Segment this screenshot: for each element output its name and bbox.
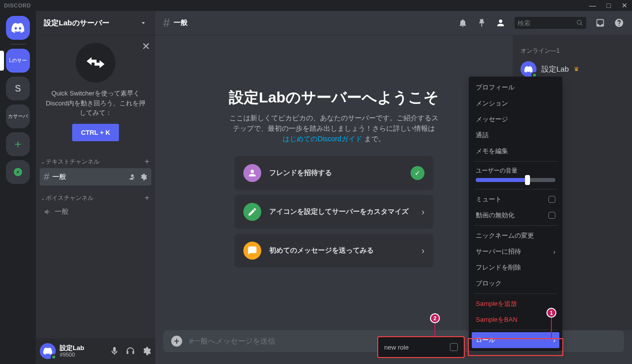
voice-channel-general[interactable]: 一般 [40, 204, 151, 219]
members-header: オンライン—1 [517, 43, 628, 59]
channel-label: 一般 [52, 173, 66, 182]
mic-icon[interactable] [109, 346, 119, 356]
user-name: 設定Lab [60, 344, 105, 352]
pin-icon[interactable] [477, 18, 487, 28]
separator [474, 161, 557, 162]
quick-switcher-button[interactable]: CTRL + K [72, 124, 119, 142]
inbox-icon[interactable] [595, 18, 605, 28]
guild-current[interactable]: Lのサー [6, 49, 30, 73]
attach-button[interactable]: + [171, 336, 182, 347]
chevron-down-icon [139, 19, 147, 27]
ctx-roles[interactable]: ロール› [472, 332, 559, 348]
avatar [521, 61, 536, 77]
guild-rail: Lのサー S カサーバ + [0, 11, 36, 364]
ctx-invite-server[interactable]: サーバーに招待› [472, 244, 559, 260]
ctx-kick[interactable]: Sampleを追放 [472, 296, 559, 312]
gear-icon[interactable] [141, 346, 151, 356]
explore-button[interactable] [6, 160, 30, 184]
add-channel-icon[interactable]: + [145, 193, 149, 202]
swap-arrows-icon [85, 55, 106, 70]
help-icon[interactable] [614, 18, 624, 28]
checkbox-icon [450, 343, 458, 351]
message-art-icon [243, 242, 261, 260]
role-label: new role [384, 344, 409, 351]
ctx-profile[interactable]: プロフィール [472, 80, 559, 95]
home-button[interactable] [6, 16, 30, 40]
chevron-right-icon: › [553, 337, 555, 344]
annotation-line-2 [434, 324, 435, 338]
voice-channel-category[interactable]: ⌄ ボイスチャンネル + [40, 185, 151, 204]
ctx-block[interactable]: ブロック [472, 275, 559, 291]
channel-sidebar: 設定Labのサーバー ✕ Quick Switcherを使って素早くDiscor… [36, 11, 155, 364]
action-label: アイコンを設定してサーバーをカスタマイズ [269, 207, 414, 216]
guide-link[interactable]: はじめてのDiscordガイド [283, 135, 362, 143]
welcome-title: 設定Labのサーバーへようこそ [229, 88, 438, 107]
chevron-right-icon: › [421, 207, 424, 217]
server-name: 設定Labのサーバー [44, 18, 139, 28]
compass-icon [13, 167, 23, 177]
ctx-mention[interactable]: メンション [472, 95, 559, 111]
app-logo: DISCORD [4, 2, 31, 8]
separator [474, 330, 557, 330]
close-icon[interactable]: ✕ [142, 39, 150, 54]
checkbox-icon [548, 212, 555, 219]
input-placeholder: #一般へメッセージを送信 [189, 337, 275, 346]
quick-switcher-art [76, 43, 115, 83]
ctx-mute[interactable]: ミュート [472, 191, 559, 207]
annotation-line-1 [551, 318, 552, 338]
annotation-2: 2 [430, 313, 440, 323]
gear-icon[interactable] [139, 173, 147, 181]
ctx-change-nickname[interactable]: ニックネームの変更 [472, 228, 559, 244]
search-input[interactable] [518, 19, 576, 27]
maximize-button[interactable]: □ [605, 1, 612, 9]
server-header[interactable]: 設定Labのサーバー [36, 11, 155, 35]
guild-other[interactable]: カサーバ [6, 104, 30, 128]
search-box[interactable] [515, 17, 586, 29]
crown-icon: ♛ [574, 66, 579, 73]
bell-icon[interactable] [458, 18, 468, 28]
close-button[interactable]: ✕ [621, 1, 628, 9]
action-invite-friends[interactable]: フレンドを招待する ✓ [234, 156, 433, 190]
annotation-1: 1 [546, 308, 556, 318]
ctx-call[interactable]: 通話 [472, 127, 559, 143]
titlebar: DISCORD — □ ✕ [0, 0, 632, 11]
minimize-button[interactable]: — [589, 1, 596, 9]
volume-slider[interactable] [472, 176, 559, 187]
category-label: テキストチャンネル [46, 158, 100, 166]
ctx-message[interactable]: メッセージ [472, 111, 559, 127]
discord-logo-icon [43, 348, 53, 355]
channel-general[interactable]: # 一般 [40, 168, 151, 185]
invite-icon[interactable] [128, 173, 136, 181]
customize-art-icon [243, 203, 261, 221]
avatar[interactable] [40, 343, 56, 359]
speaker-icon [44, 208, 52, 216]
role-submenu: new role [377, 336, 465, 358]
user-info[interactable]: 設定Lab #9500 [60, 344, 105, 359]
members-icon[interactable] [496, 18, 506, 28]
chat-header: # 一般 [155, 11, 632, 35]
hash-icon: # [44, 171, 49, 182]
headphones-icon[interactable] [125, 346, 135, 356]
add-server-button[interactable]: + [6, 132, 30, 156]
discord-logo-icon [11, 23, 25, 33]
ctx-remove-friend[interactable]: フレンドを削除 [472, 260, 559, 275]
hash-icon: # [163, 16, 170, 30]
action-customize-server[interactable]: アイコンを設定してサーバーをカスタマイズ › [234, 195, 433, 229]
ctx-edit-note[interactable]: メモを編集 [472, 143, 559, 159]
welcome-description: ここは新しくてピカピカの、あなたのサーバーです。ご紹介するステップで、最初の一歩… [229, 113, 438, 144]
role-item-new-role[interactable]: new role [382, 341, 460, 353]
category-label: ボイスチャンネル [46, 194, 94, 202]
user-tag: #9500 [60, 352, 105, 358]
add-channel-icon[interactable]: + [145, 157, 149, 166]
quick-switcher-text: Quick Switcherを使って素早くDiscord内を動き回ろう。これを押… [44, 89, 147, 118]
text-channel-category[interactable]: ⌄ テキストチャンネル + [40, 149, 151, 168]
chevron-right-icon: › [553, 248, 555, 256]
channel-list: ⌄ テキストチャンネル + # 一般 ⌄ ボイスチャンネル + 一般 [36, 149, 155, 338]
member-name: 設定Lab [541, 65, 569, 74]
member-item[interactable]: 設定Lab ♛ [517, 59, 628, 79]
ctx-disable-video[interactable]: 動画の無効化 [472, 207, 559, 223]
invite-art-icon [243, 164, 261, 182]
action-send-first-message[interactable]: 初めてのメッセージを送ってみる › [234, 234, 433, 268]
guild-s[interactable]: S [6, 77, 30, 100]
quick-switcher-promo: ✕ Quick Switcherを使って素早くDiscord内を動き回ろう。これ… [36, 35, 155, 149]
